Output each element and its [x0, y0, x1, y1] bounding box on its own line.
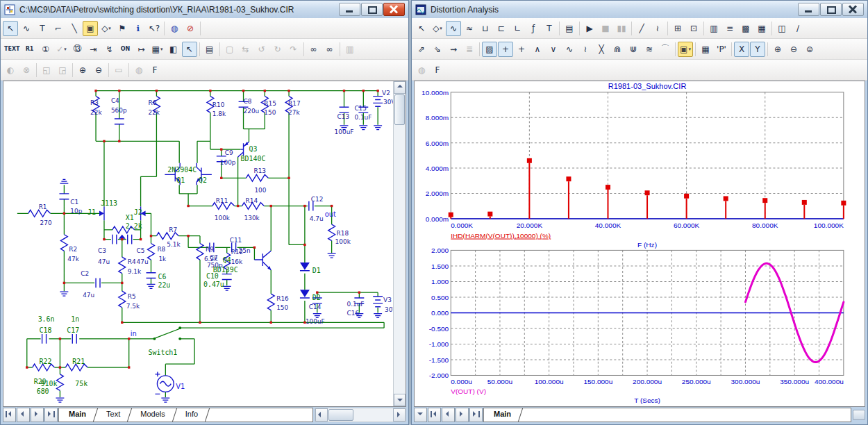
- go-to-rise-button-icon[interactable]: ⇗: [414, 42, 429, 57]
- scroll-left-button[interactable]: [315, 408, 328, 422]
- close-button[interactable]: [383, 3, 405, 16]
- numeric-output-button-icon[interactable]: ▦: [698, 42, 713, 57]
- y-scale-toggle-icon[interactable]: Y: [750, 42, 765, 57]
- global-max-button-icon[interactable]: ⋓: [626, 42, 641, 57]
- maximize-button[interactable]: [820, 3, 842, 16]
- current-arrows-toggle-icon[interactable]: ⇥: [86, 42, 101, 57]
- rotate-any-button-icon[interactable]: ↷: [286, 42, 301, 57]
- split-window-toggle-icon[interactable]: ◧: [166, 42, 181, 57]
- find-in-files-button-icon[interactable]: ▥: [342, 42, 358, 57]
- first-page-button[interactable]: [428, 408, 441, 422]
- web-button-icon[interactable]: ◍: [131, 62, 147, 78]
- analysis-titlebar[interactable]: Distortion Analysis: [412, 1, 867, 18]
- zoom-in-button-icon[interactable]: ⊕: [770, 42, 785, 57]
- first-page-button[interactable]: [3, 408, 16, 422]
- high-button-icon[interactable]: ∿: [562, 42, 577, 57]
- zoom-in-button-icon[interactable]: ⊕: [75, 62, 90, 78]
- format-tool-icon[interactable]: ⊏: [494, 21, 509, 36]
- line-tool-icon[interactable]: ╱: [634, 21, 649, 36]
- scroll-up-button[interactable]: [394, 81, 406, 94]
- cursor-mode-toggle-icon[interactable]: +: [498, 42, 513, 57]
- pause-button-icon[interactable]: ▮▮: [614, 21, 629, 36]
- step-back-button-icon[interactable]: ◐: [3, 62, 18, 78]
- pattern-vertical-toggle-icon[interactable]: ▥: [706, 21, 721, 36]
- scroll-right-button[interactable]: [393, 408, 406, 422]
- vscroll-thumb[interactable]: [394, 94, 405, 125]
- stop-button-icon[interactable]: ■: [598, 21, 613, 36]
- box-select-button-icon[interactable]: ▢: [222, 42, 237, 57]
- font-button-icon[interactable]: F: [430, 62, 445, 78]
- show-text-toggle-icon[interactable]: TEXT: [3, 42, 22, 57]
- x-scale-toggle-icon[interactable]: X: [734, 42, 749, 57]
- data-points-toggle-icon[interactable]: ⊡: [686, 21, 701, 36]
- hscroll-thumb[interactable]: [328, 409, 353, 421]
- flag-tool-icon[interactable]: ⚑: [115, 21, 130, 36]
- pattern-grid-toggle-icon[interactable]: ▩: [738, 21, 753, 36]
- stop-button-icon[interactable]: ⊗: [19, 62, 34, 78]
- help-mode-tool-icon[interactable]: ↖?: [147, 21, 162, 36]
- last-page-button[interactable]: [469, 408, 483, 422]
- no-float-tool-icon[interactable]: ⊘: [183, 21, 198, 36]
- schematic-hscrollbar[interactable]: [315, 408, 406, 422]
- node-voltages-toggle-icon[interactable]: ✓▾: [54, 42, 69, 57]
- shape-tool-icon[interactable]: ◇▾: [99, 21, 114, 36]
- close-button[interactable]: [842, 3, 864, 16]
- marker-line-tool-icon[interactable]: ≀: [650, 21, 665, 36]
- component-palette-button-icon[interactable]: ▣▾: [678, 42, 693, 57]
- scroll-down-button[interactable]: [394, 394, 406, 406]
- properties-button-icon[interactable]: ▤: [562, 21, 577, 36]
- scale-mode-tool-icon[interactable]: ≈: [462, 21, 477, 36]
- global-min-button-icon[interactable]: ⋒: [610, 42, 625, 57]
- tangent-tool-icon[interactable]: ∕: [790, 21, 806, 36]
- axes-tool-icon[interactable]: ⊔: [478, 21, 493, 36]
- envelope-button-icon[interactable]: ≋: [642, 42, 657, 57]
- single-plot-toggle-icon[interactable]: ◫: [774, 21, 790, 36]
- schematic-vscrollbar[interactable]: [393, 81, 406, 406]
- prev-page-button[interactable]: [17, 408, 30, 422]
- rotate-ccw-button-icon[interactable]: ↺: [254, 42, 269, 57]
- font-button-icon[interactable]: F: [147, 62, 162, 78]
- tab-info[interactable]: Info: [176, 408, 208, 422]
- low-button-icon[interactable]: ≀: [578, 42, 593, 57]
- minimize-button[interactable]: [339, 3, 360, 16]
- shape-tool-icon[interactable]: ◇▾: [430, 21, 445, 36]
- schematic-canvas[interactable]: R322kC4560pR622kR101.8kC8220uR15150R1727…: [3, 81, 393, 406]
- tab-main[interactable]: Main: [59, 408, 97, 422]
- web-page-tool-icon[interactable]: ◍: [167, 21, 182, 36]
- tab-text[interactable]: Text: [97, 408, 131, 422]
- flip-button-icon[interactable]: ⇆: [238, 42, 253, 57]
- pan-mode-toggle-icon[interactable]: ↖: [182, 42, 197, 57]
- next-page-button[interactable]: [456, 408, 469, 422]
- pattern-dots-toggle-icon[interactable]: ▦: [754, 21, 769, 36]
- schematic-titlebar[interactable]: C:\MC9\DATA\Petrov\switching distortion\…: [1, 1, 408, 18]
- zoom-out-button-icon[interactable]: ⊖: [786, 42, 801, 57]
- pan-page-button-icon[interactable]: ▭: [111, 62, 126, 78]
- slope-toggle-icon[interactable]: ↦: [134, 42, 149, 57]
- tracker-toggle-icon[interactable]: ▨: [482, 42, 497, 57]
- pin-numbers-toggle-icon[interactable]: ⑬: [70, 42, 85, 57]
- zoom-out-button-icon[interactable]: ⊖: [91, 62, 106, 78]
- slope-button-icon[interactable]: ╳: [594, 42, 609, 57]
- step-plot-tool-icon[interactable]: ∟: [510, 21, 525, 36]
- go-to-fall-button-icon[interactable]: ⇘: [430, 42, 445, 57]
- tab-main[interactable]: Main: [484, 408, 521, 422]
- select-tool-icon[interactable]: ↖: [3, 21, 18, 36]
- text-tool-icon[interactable]: T: [542, 21, 557, 36]
- select-tool-icon[interactable]: ↖: [414, 21, 429, 36]
- text-tool-icon[interactable]: T: [35, 21, 50, 36]
- p-key-button-icon[interactable]: 'P': [714, 42, 729, 57]
- maximize-button[interactable]: [361, 3, 383, 16]
- node-numbers-toggle-icon[interactable]: ①: [38, 42, 53, 57]
- minimize-button[interactable]: [798, 3, 819, 16]
- pattern-horizontal-toggle-icon[interactable]: ≡: [722, 21, 737, 36]
- ortho-wire-tool-icon[interactable]: ⌐: [51, 21, 66, 36]
- prev-page-button[interactable]: [442, 408, 455, 422]
- select-box-tool-icon[interactable]: ⊞: [670, 21, 685, 36]
- fourier-tool-icon[interactable]: ƒ: [526, 21, 541, 36]
- find-next-button-icon[interactable]: ∞: [322, 42, 337, 57]
- zoom-fit-button-icon[interactable]: ⊜: [802, 42, 817, 57]
- cursor-add-button-icon[interactable]: +: [514, 42, 529, 57]
- wire-mode-tool-icon[interactable]: ∿: [19, 21, 34, 36]
- power-toggle-icon[interactable]: ↯: [102, 42, 117, 57]
- hscroll-thumb[interactable]: [853, 410, 865, 420]
